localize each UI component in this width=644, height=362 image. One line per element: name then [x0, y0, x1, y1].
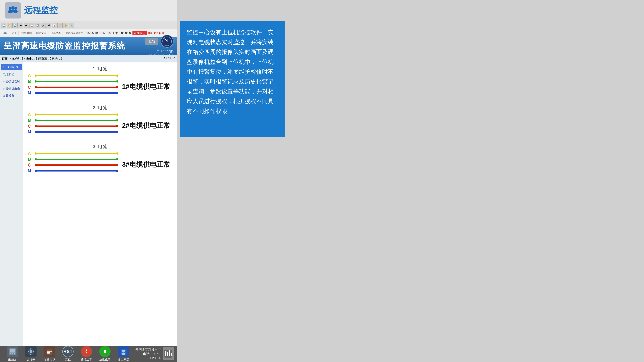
svg-point-5 — [14, 10, 18, 13]
app-logo — [5, 2, 21, 18]
tb-chart[interactable]: 📊 — [52, 23, 57, 28]
panel-user: 用 户：ccgs — [148, 49, 174, 53]
taskbar-alarm-log[interactable]: 报警记录 — [40, 346, 58, 361]
cable-1-c-bar — [36, 86, 117, 88]
running-label: 运行中 — [26, 358, 35, 361]
sidebar-item-cable[interactable]: 电缆监控 — [0, 71, 23, 78]
cable-1-title: 1#电缆 — [26, 66, 174, 72]
tb-key[interactable]: 🔑 — [58, 23, 62, 28]
status-info: 待处理：1 待确认：1 已隐藏：0 列夹：1 — [10, 57, 62, 60]
alarm-log-icon — [44, 346, 55, 357]
cable-1-n-line: N — [36, 92, 117, 94]
sidebar-item-k6[interactable]: K6+410箱变 — [1, 64, 22, 70]
cable-1-b-bar — [36, 81, 117, 82]
svg-rect-29 — [47, 354, 50, 354]
cable-1-n-bar — [36, 92, 117, 94]
tb-save[interactable]: 💾 — [1, 23, 6, 28]
log-time-val: 11:51:18 — [99, 31, 110, 35]
cable-3-n-label: N — [28, 168, 31, 173]
taskbar-comm[interactable]: 通讯正常 — [96, 346, 114, 361]
status-time: 11:51:40 — [164, 57, 175, 60]
company-name: 云南金瓦科技出品 — [132, 348, 161, 352]
cable-1-b-line: B — [36, 81, 117, 82]
svg-rect-38 — [165, 351, 166, 356]
svg-rect-27 — [47, 351, 52, 352]
reset-label: 复位 — [65, 358, 71, 361]
svg-rect-23 — [28, 351, 29, 352]
sidebar-item-camera-record[interactable]: ⊕ 摄像机录像 — [0, 85, 23, 92]
cable-3-n-bar — [36, 170, 117, 172]
tb-settings[interactable]: 🔧 — [69, 23, 74, 28]
tb-sound[interactable]: 🔊 — [40, 23, 46, 28]
company-logo — [163, 347, 174, 360]
cable-2-n-label: N — [28, 129, 31, 134]
tb-refresh[interactable]: 🔄 — [12, 23, 18, 28]
cable-1-n-label: N — [28, 90, 31, 96]
exit-icon — [118, 346, 129, 357]
tb-copy2[interactable]: 📋 — [35, 23, 40, 28]
app-header: 远程监控 — [0, 0, 177, 21]
camera-realtime-label: 摄像机实时 — [6, 80, 20, 83]
cable-1-status: 1#电缆供电正常 — [122, 82, 174, 91]
panel-title: 呈澄高速电缆防盗监控报警系统 — [4, 40, 125, 51]
tb-prev[interactable]: ◀ — [18, 23, 23, 28]
cable-2-a-label: A — [28, 112, 31, 117]
cable-3-a-bar — [36, 153, 117, 154]
cable-section-2: 2#电缆 A B C — [26, 105, 174, 137]
svg-rect-22 — [30, 354, 32, 355]
cable-3-b-bar — [36, 159, 117, 160]
taskbar-exit[interactable]: 退出系统 — [114, 346, 132, 361]
content-area: K6+410箱变 电缆监控 ⊕ 摄像机实时 ⊕ 摄像机录像 参数设置 1#电缆 — [0, 62, 177, 346]
gear-icon — [25, 346, 36, 357]
sidebar-item-params[interactable]: 参数设置 — [0, 92, 23, 99]
taskbar-running[interactable]: 运行中 — [22, 346, 40, 361]
main-label: 主画面 — [8, 358, 17, 361]
log-duration-val: 00:00:00 — [120, 31, 131, 35]
clock — [161, 35, 174, 48]
svg-rect-26 — [47, 350, 52, 350]
cable-3-a-label: A — [28, 151, 31, 156]
comm-icon — [99, 346, 110, 357]
taskbar-alarm-light[interactable]: 警灯正常 — [78, 346, 95, 361]
svg-rect-15 — [10, 349, 15, 353]
expand-icon2: ⊕ — [3, 87, 5, 90]
tb-copy1[interactable]: 📋 — [29, 23, 34, 28]
cable-1-a-bar — [36, 75, 117, 76]
log-time-label: 时间 — [10, 31, 18, 35]
taskbar-company-area: 云南金瓦科技出品 电话：0871-63628326 — [132, 347, 174, 360]
svg-rect-21 — [30, 348, 32, 350]
cable-2-n-line: N — [36, 131, 117, 133]
cable-2-a-bar — [36, 114, 117, 115]
main-icon — [7, 346, 18, 357]
sidebar-item-camera-realtime[interactable]: ⊕ 摄像机实时 — [0, 78, 23, 85]
svg-point-35 — [122, 350, 125, 352]
svg-rect-16 — [10, 353, 12, 355]
taskbar-reset[interactable]: RST 复位 — [59, 346, 77, 361]
cable-1-a-label: A — [28, 73, 31, 78]
tb-next[interactable]: ▶ — [24, 23, 29, 28]
log-date-label: 日期 — [1, 31, 9, 35]
tb-open[interactable]: 📂 — [7, 23, 12, 28]
cable-3-b-line: B — [36, 159, 117, 160]
svg-rect-17 — [12, 353, 13, 355]
cable-2-title: 2#电缆 — [26, 105, 174, 111]
cable-monitor-area: 1#电缆 A B C — [23, 62, 177, 346]
exit-label: 退出系统 — [118, 358, 129, 361]
app-title: 远程监控 — [24, 5, 58, 16]
cable-2-c-label: C — [28, 124, 31, 129]
log-msg-label: 消息文本 — [35, 31, 48, 35]
right-info-panel: 监控中心设有上位机监控软件，实现对电缆状态实时监控、并将安装在箱变四周的摄像头实… — [180, 21, 285, 137]
company-info: 云南金瓦科技出品 电话：0871-63628326 — [132, 348, 161, 360]
taskbar-main[interactable]: 主画面 — [4, 346, 21, 361]
cable-3-b-label: B — [28, 157, 31, 162]
log-msg-val: 箱变状态 — [132, 31, 147, 35]
reset-icon: RST — [62, 346, 74, 357]
tb-unlock[interactable]: 🔓 — [63, 23, 68, 28]
svg-point-2 — [14, 7, 17, 10]
login-button[interactable]: 登陆 — [145, 38, 158, 45]
svg-rect-24 — [33, 351, 34, 352]
tb-print[interactable]: 🖨 — [46, 23, 51, 28]
svg-rect-40 — [169, 351, 170, 356]
toolbar: 💾 📂 🔄 ◀ ▶ 📋 📋 🔊 🖨 📊 🔑 🔓 🔧 — [0, 21, 177, 29]
cable-2-b-label: B — [28, 118, 31, 123]
